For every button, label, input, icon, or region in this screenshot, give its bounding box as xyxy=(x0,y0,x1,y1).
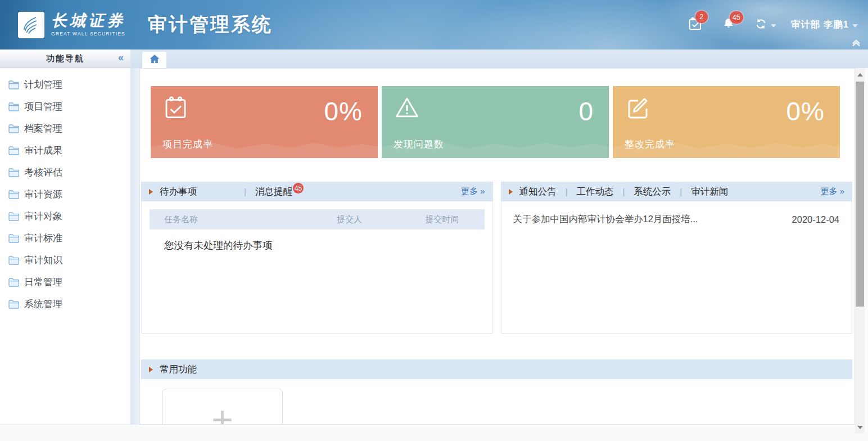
tab-separator: | xyxy=(622,187,625,196)
edit-icon xyxy=(625,94,652,124)
sidebar-item-audit-objects[interactable]: 审计对象 xyxy=(0,205,130,227)
stat-card-project-completion: 0% 项目完成率 xyxy=(151,86,378,158)
sidebar-collapse-button[interactable]: « xyxy=(118,52,124,64)
plus-icon: + xyxy=(211,401,233,425)
home-icon xyxy=(149,54,160,66)
tab-audit-news[interactable]: 审计新闻 xyxy=(691,186,728,198)
sidebar-item-audit-knowledge[interactable]: 审计知识 xyxy=(0,249,130,271)
sidebar-item-label: 审计知识 xyxy=(24,254,62,267)
sidebar-item-audit-results[interactable]: 审计成果 xyxy=(0,140,130,161)
notice-title[interactable]: 关于参加中国内部审计协会举办12月面授培... xyxy=(513,213,792,226)
sidebar-item-label: 系统管理 xyxy=(24,298,62,310)
audit-management-app: 长城证券 GREAT WALL SECURITIES 审计管理系统 2 xyxy=(0,0,868,441)
sidebar-item-label: 项目管理 xyxy=(24,100,62,113)
sidebar-menu: 计划管理 项目管理 档案管理 审计成果 考核评估 审计资源 xyxy=(0,68,130,315)
tab-separator: | xyxy=(680,187,682,196)
greatwall-logo-icon xyxy=(18,12,44,38)
sidebar-item-label: 计划管理 xyxy=(24,78,62,91)
sidebar-item-audit-resources[interactable]: 审计资源 xyxy=(0,183,130,205)
user-name: 审计部 李鹏1 xyxy=(791,19,849,31)
sidebar-item-label: 审计标准 xyxy=(24,232,62,245)
tab-separator: | xyxy=(244,187,246,196)
shortcuts-body: + xyxy=(141,379,852,425)
message-count-badge: 45 xyxy=(293,183,304,194)
notice-panel: 通知公告 | 工作动态 | 系统公示 | 审计新闻 更多 » 关于参加中国内部审… xyxy=(501,182,853,334)
triangle-bullet-icon xyxy=(509,189,513,195)
todo-panel: 待办事项 | 消息提醒45 更多 » 任务名称 提交人 提交时间 您没有未处理的… xyxy=(141,182,493,334)
task-button[interactable]: 2 xyxy=(688,16,703,34)
sidebar-item-plan-management[interactable]: 计划管理 xyxy=(0,74,130,96)
collapse-header-button[interactable] xyxy=(851,39,861,49)
tab-separator: | xyxy=(566,187,568,196)
sidebar-item-assessment[interactable]: 考核评估 xyxy=(0,161,130,183)
stat-value: 0% xyxy=(786,96,825,127)
tab-system-announcements[interactable]: 系统公示 xyxy=(634,186,671,198)
notice-panel-body: 关于参加中国内部审计协会举办12月面授培... 2020-12-04 xyxy=(501,201,853,334)
user-menu[interactable]: 审计部 李鹏1 xyxy=(791,19,858,31)
shortcuts-title: 常用功能 xyxy=(160,363,197,376)
stat-label: 发现问题数 xyxy=(394,138,444,151)
tab-todo-items[interactable]: 待办事项 xyxy=(160,186,197,198)
notification-count-badge[interactable]: 45 xyxy=(730,11,743,24)
column-submitter: 提交人 xyxy=(299,214,400,225)
triangle-down-icon xyxy=(857,426,863,429)
sidebar-item-label: 档案管理 xyxy=(24,122,62,135)
refresh-icon xyxy=(754,17,767,33)
column-submit-time: 提交时间 xyxy=(400,214,485,225)
refresh-menu[interactable] xyxy=(754,17,776,33)
calendar-check-icon xyxy=(162,94,189,124)
todo-table-header: 任务名称 提交人 提交时间 xyxy=(150,209,485,230)
column-task-name: 任务名称 xyxy=(150,214,299,225)
tab-notices[interactable]: 通知公告 xyxy=(519,186,557,198)
bell-icon xyxy=(722,23,735,33)
folder-icon xyxy=(8,300,19,309)
list-item[interactable]: 关于参加中国内部审计协会举办12月面授培... 2020-12-04 xyxy=(501,201,852,226)
folder-icon xyxy=(8,278,19,287)
stat-label: 项目完成率 xyxy=(162,138,213,151)
stat-label: 整改完成率 xyxy=(625,138,675,151)
tab-message-label: 消息提醒 xyxy=(255,186,292,196)
sidebar-item-label: 审计成果 xyxy=(24,144,62,157)
todo-more-link[interactable]: 更多 » xyxy=(461,186,485,197)
folder-icon xyxy=(8,190,19,199)
sidebar: 功能导航 « 计划管理 项目管理 档案管理 审计成果 考核评估 xyxy=(0,50,131,425)
task-count-badge[interactable]: 2 xyxy=(695,11,708,23)
sidebar-item-project-management[interactable]: 项目管理 xyxy=(0,96,130,118)
tab-home[interactable] xyxy=(142,52,166,68)
notice-more-link[interactable]: 更多 » xyxy=(820,186,844,197)
sidebar-title: 功能导航 xyxy=(46,53,84,64)
shortcuts-panel-header: 常用功能 xyxy=(141,359,852,379)
tab-strip xyxy=(131,50,868,68)
sidebar-item-archive-management[interactable]: 档案管理 xyxy=(0,118,130,140)
notice-date: 2020-12-04 xyxy=(792,214,839,225)
scroll-up-button[interactable] xyxy=(855,70,865,79)
folder-icon xyxy=(8,256,19,265)
folder-icon xyxy=(8,124,19,133)
scroll-down-button[interactable] xyxy=(855,423,865,432)
stat-card-rectification-completion: 0% 整改完成率 xyxy=(613,86,840,158)
sidebar-header: 功能导航 « xyxy=(0,50,130,68)
folder-icon xyxy=(8,234,19,243)
brand-text: 长城证券 GREAT WALL SECURITIES xyxy=(51,13,125,37)
sidebar-item-system-management[interactable]: 系统管理 xyxy=(0,293,130,315)
stat-value: 0% xyxy=(324,96,363,127)
calendar-check-icon xyxy=(688,24,703,33)
notification-button[interactable]: 45 xyxy=(722,17,735,33)
scrollbar-thumb[interactable] xyxy=(856,82,864,307)
folder-icon xyxy=(8,212,19,221)
notice-panel-header: 通知公告 | 工作动态 | 系统公示 | 审计新闻 更多 » xyxy=(501,182,853,201)
sidebar-item-audit-standards[interactable]: 审计标准 xyxy=(0,227,130,249)
stat-value: 0 xyxy=(578,96,594,127)
triangle-bullet-icon xyxy=(149,189,153,195)
add-shortcut-button[interactable]: + xyxy=(162,389,283,425)
vertical-scrollbar[interactable] xyxy=(855,68,865,433)
stat-cards-row: 0% 项目完成率 0 发现问题数 xyxy=(151,86,840,158)
sidebar-item-label: 审计资源 xyxy=(24,188,62,201)
chevron-down-icon xyxy=(852,24,858,28)
app-header: 长城证券 GREAT WALL SECURITIES 审计管理系统 2 xyxy=(0,0,868,50)
tab-work-updates[interactable]: 工作动态 xyxy=(576,186,613,198)
header-actions: 2 45 xyxy=(688,16,868,34)
sidebar-item-daily-management[interactable]: 日常管理 xyxy=(0,271,130,293)
tab-message-reminders[interactable]: 消息提醒45 xyxy=(255,186,304,198)
triangle-bullet-icon xyxy=(149,367,153,372)
